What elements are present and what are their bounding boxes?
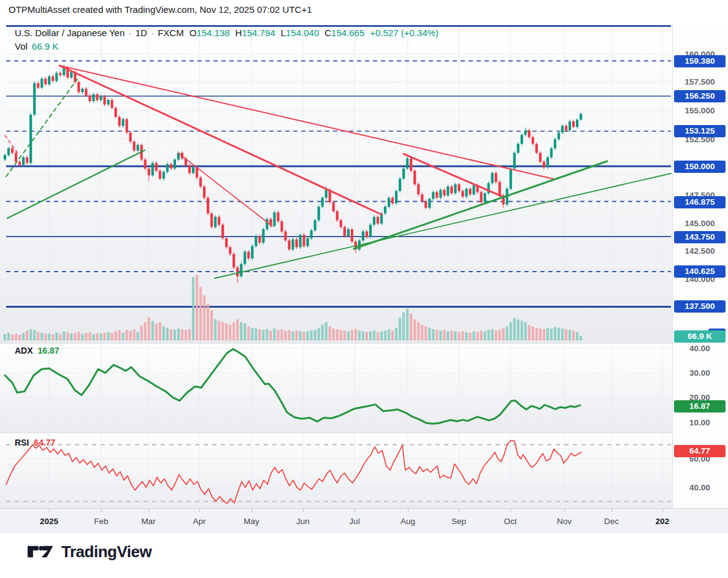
- change-value: +0.527 (+0.34%): [370, 28, 439, 38]
- axis-tick: [101, 509, 102, 512]
- tradingview-mark-icon: [28, 542, 53, 561]
- adx-value: 16.87: [38, 346, 59, 356]
- scale-label: 142.500: [673, 245, 727, 257]
- axis-tick: [148, 509, 149, 512]
- ohlc-l: L154.040: [281, 28, 320, 38]
- exchange-label: FXCM: [158, 28, 184, 38]
- interval-label[interactable]: 1D: [136, 28, 147, 38]
- axis-tick: [303, 509, 304, 512]
- axis-tick: [354, 509, 355, 512]
- scale-badge: 159.380: [674, 55, 726, 67]
- scale-badge: 143.750: [674, 231, 726, 243]
- adx-indicator-row: ADX16.87: [15, 346, 59, 356]
- month-label: May: [243, 517, 259, 526]
- axis-tick: [49, 509, 50, 512]
- symbol-title-row: U.S. Dollar / Japanese Yen · 1D · FXCMO1…: [15, 28, 439, 38]
- axis-tick: [662, 509, 663, 512]
- month-label: Oct: [504, 517, 516, 526]
- scale-label: 155.000: [673, 105, 727, 116]
- month-label: Aug: [400, 517, 415, 526]
- scale-badge: 146.875: [674, 196, 726, 208]
- scale-badge: 150.000: [674, 161, 726, 173]
- tradingview-snapshot: { "header": { "text": "OTPMultiAsset cre…: [0, 0, 728, 578]
- axis-tick: [611, 509, 612, 512]
- time-axis[interactable]: 2025FebMarAprMayJunJulAugSepOctNovDec202: [0, 508, 728, 533]
- ohlc-values: O154.138H154.794L154.040C154.665: [184, 28, 365, 38]
- month-label: Mar: [141, 517, 155, 526]
- month-label: Jun: [296, 517, 310, 526]
- tradingview-logo-text: TradingView: [61, 542, 151, 561]
- month-label: Feb: [94, 517, 108, 526]
- scale-label: 145.000: [673, 218, 727, 229]
- symbol-title[interactable]: U.S. Dollar / Japanese Yen: [15, 28, 125, 38]
- rsi-indicator-row: RSI64.77: [15, 438, 55, 447]
- month-label: 2025: [40, 517, 58, 526]
- scale-badge: 64.77: [674, 445, 726, 457]
- scale-label: 40.00: [673, 343, 727, 354]
- ohlc-o: O154.138: [190, 28, 230, 38]
- month-label: Apr: [193, 517, 205, 526]
- month-label: Sep: [451, 517, 466, 526]
- axis-tick: [199, 509, 200, 512]
- scale-badge: 153.125: [674, 125, 726, 137]
- scale-badge: 66.9 K: [674, 330, 726, 343]
- scale-label: 40.00: [673, 482, 727, 493]
- axis-tick: [510, 509, 511, 512]
- scale-badge: 156.250: [674, 90, 726, 102]
- axis-tick: [564, 509, 565, 512]
- price-scale[interactable]: 160.000157.500155.000152.500147.500145.0…: [672, 25, 728, 533]
- tradingview-logo[interactable]: TradingView: [28, 542, 151, 561]
- volume-value: 66.9 K: [32, 41, 58, 51]
- month-label: Jul: [349, 517, 359, 526]
- scale-badge: 140.625: [674, 265, 726, 278]
- scale-label: 10.00: [673, 417, 727, 428]
- axis-tick: [408, 509, 408, 512]
- month-label: Nov: [557, 517, 572, 526]
- adx-label-text[interactable]: ADX: [15, 346, 33, 356]
- month-label: 202: [656, 517, 670, 526]
- rsi-value: 64.77: [34, 438, 55, 447]
- scale-label: 30.00: [673, 367, 727, 379]
- chart-canvas[interactable]: [0, 0, 728, 509]
- scale-label: 157.500: [673, 76, 727, 88]
- ohlc-h: H154.794: [236, 28, 275, 38]
- month-label: Dec: [604, 517, 619, 526]
- rsi-label-text[interactable]: RSI: [15, 438, 29, 447]
- scale-badge: 137.500: [674, 300, 726, 313]
- volume-indicator-row: Vol66.9 K: [15, 41, 58, 51]
- volume-label: Vol: [15, 41, 28, 51]
- axis-tick: [251, 509, 252, 512]
- scale-badge: 16.87: [674, 400, 726, 413]
- axis-tick: [459, 509, 459, 512]
- ohlc-c: C154.665: [324, 28, 364, 38]
